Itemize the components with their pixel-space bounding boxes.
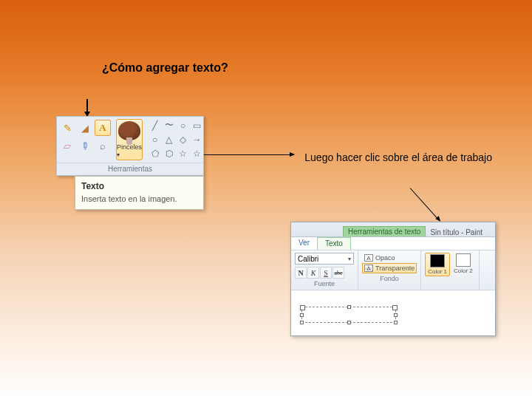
color-1[interactable]: Color 1: [425, 253, 450, 276]
context-tab[interactable]: Herramientas de texto: [343, 226, 426, 236]
ribbon-tabs: Ver Texto: [291, 237, 495, 250]
shape-arrow[interactable]: →: [191, 133, 203, 146]
font-group: Calibri N K S abc Fuente: [291, 250, 358, 290]
text-selection-box[interactable]: [301, 307, 396, 323]
italic-button[interactable]: K: [307, 267, 319, 279]
text-ribbon-panel: Herramientas de texto Sin título - Paint…: [290, 222, 496, 336]
tab-text[interactable]: Texto: [317, 237, 351, 250]
canvas-area[interactable]: [291, 290, 495, 335]
opaque-option[interactable]: AOpaco: [362, 253, 417, 263]
strike-button[interactable]: abc: [332, 267, 344, 279]
shape-diamond[interactable]: ◇: [177, 133, 189, 146]
tooltip-body: Inserta texto en la imagen.: [81, 194, 197, 203]
underline-button[interactable]: S: [320, 267, 332, 279]
tooltip-title: Texto: [81, 181, 197, 191]
shape-star4[interactable]: ☆: [177, 147, 189, 160]
shape-circle[interactable]: ○: [149, 133, 161, 146]
color-1-swatch: [430, 254, 445, 267]
arrow-diagonal-icon: [410, 188, 440, 221]
color-2-swatch: [456, 253, 471, 267]
tools-panel: ✎ ◢ A ▱ ✎ ⌕ Pinceles ╱ 〜 ○ ▭ ○ △ ◇ → ⬠: [56, 116, 204, 176]
shape-star5[interactable]: ☆: [191, 147, 203, 160]
font-name-select[interactable]: Calibri: [295, 253, 354, 265]
arrow-down-icon: [86, 99, 88, 116]
title-bar: Herramientas de texto Sin título - Paint: [291, 222, 495, 237]
shape-line[interactable]: ╱: [149, 119, 161, 132]
shape-triangle[interactable]: △: [163, 133, 175, 146]
shape-pentagon[interactable]: ⬠: [149, 147, 161, 160]
tab-view[interactable]: Ver: [291, 237, 317, 250]
pencil-tool[interactable]: ✎: [59, 120, 75, 136]
shape-rect[interactable]: ▭: [191, 119, 203, 132]
brush-label: Pinceles: [117, 143, 142, 158]
font-group-label: Fuente: [295, 279, 354, 289]
background-group-label: Fondo: [362, 273, 417, 284]
color-2[interactable]: Color 2: [451, 253, 475, 275]
colors-group: Color 1 Color 2: [421, 250, 480, 290]
picker-tool[interactable]: ✎: [73, 134, 96, 157]
magnifier-tool[interactable]: ⌕: [95, 137, 111, 154]
fill-tool[interactable]: ◢: [77, 120, 93, 136]
text-tool[interactable]: A: [95, 120, 111, 136]
tools-group-label: Herramientas: [57, 163, 203, 175]
window-title: Sin título - Paint: [430, 228, 482, 236]
shape-oval[interactable]: ○: [177, 119, 189, 132]
brush-icon: [118, 121, 140, 140]
background-group: AOpaco ATransparente Fondo: [358, 250, 421, 290]
brushes-dropdown[interactable]: Pinceles: [116, 119, 143, 160]
transparent-option[interactable]: ATransparente: [362, 263, 417, 273]
shape-curve[interactable]: 〜: [163, 119, 175, 132]
bold-button[interactable]: N: [295, 267, 307, 279]
eraser-tool[interactable]: ▱: [59, 137, 75, 154]
instruction-text: Luego hacer clic sobre el área de trabaj…: [300, 151, 492, 164]
shapes-gallery[interactable]: ╱ 〜 ○ ▭ ○ △ ◇ → ⬠ ⬡ ☆ ☆: [146, 117, 206, 163]
shape-hexagon[interactable]: ⬡: [163, 147, 175, 160]
tooltip: Texto Inserta texto en la imagen.: [75, 176, 204, 210]
slide-title: ¿Cómo agregar texto?: [102, 61, 228, 75]
